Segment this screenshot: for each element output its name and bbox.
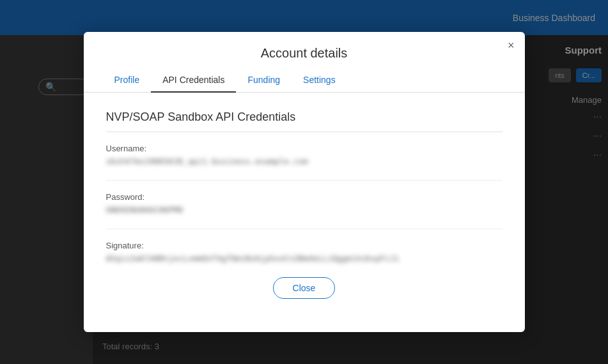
modal-close-button[interactable]: × xyxy=(508,40,515,51)
modal-title: Account details xyxy=(97,46,512,61)
modal-tabs: Profile API Credentials Funding Settings xyxy=(84,68,525,93)
signature-field-group: Signature: ASqis2wblkN0njecLvmmOoT4gfQmi… xyxy=(106,241,503,263)
password-field-group: Password: GNEKENU6HUC06PM0 xyxy=(106,192,503,215)
signature-label: Signature: xyxy=(106,241,503,250)
close-button-area: Close xyxy=(106,277,503,299)
section-title: NVP/SOAP Sandbox API Credentials xyxy=(106,110,503,132)
password-value: GNEKENU6HUC06PM0 xyxy=(106,205,503,215)
tab-api-credentials[interactable]: API Credentials xyxy=(151,68,236,93)
username-label: Username: xyxy=(106,144,503,153)
tab-settings[interactable]: Settings xyxy=(292,68,347,93)
modal-dialog: Account details × Profile API Credential… xyxy=(84,32,525,332)
tab-funding[interactable]: Funding xyxy=(236,68,292,93)
signature-value: ASqis2wblkN0njecLvmmOoT4gfQmiNzAjpGvoCn2… xyxy=(106,254,503,263)
username-field-group: Username: sbsh47mx19065638_api1.business… xyxy=(106,144,503,166)
modal-header: Account details xyxy=(84,32,525,61)
modal-body: NVP/SOAP Sandbox API Credentials Usernam… xyxy=(84,93,525,312)
password-label: Password: xyxy=(106,192,503,202)
close-button[interactable]: Close xyxy=(273,277,336,299)
field-divider-1 xyxy=(106,180,503,181)
username-value: sbsh47mx19065638_api1.business.example.c… xyxy=(106,156,503,166)
field-divider-2 xyxy=(106,229,503,229)
tab-profile[interactable]: Profile xyxy=(103,68,152,93)
modal-overlay: Account details × Profile API Credential… xyxy=(0,0,608,364)
